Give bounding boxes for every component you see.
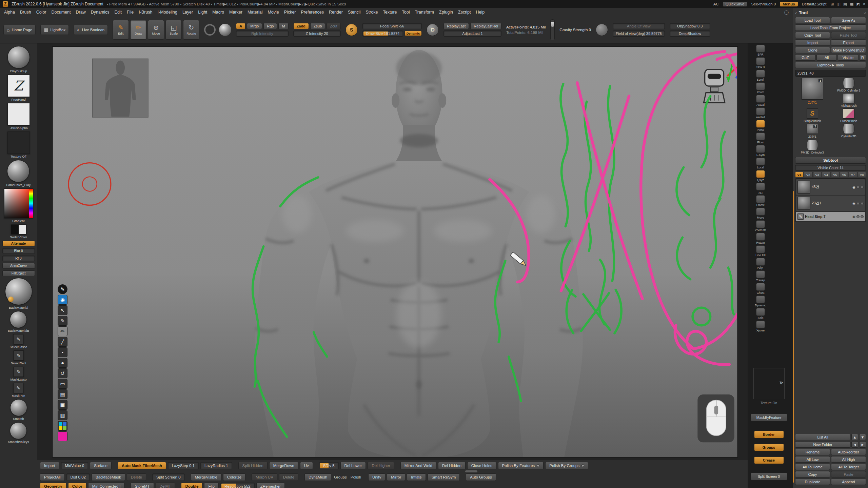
- sidebar-item-accucurve[interactable]: AccuCurve: [2, 263, 35, 269]
- angle-of-view-icon[interactable]: [596, 24, 608, 36]
- subtool-row-43[interactable]: 43건◉: [796, 179, 865, 195]
- subtool-copy-button[interactable]: Copy: [795, 471, 830, 477]
- eye-icon[interactable]: ◉: [852, 215, 855, 219]
- menu-i-brush[interactable]: I-Brush: [139, 10, 152, 15]
- bb-morph-uv[interactable]: Morph UV: [252, 473, 277, 481]
- rgb-button[interactable]: Rgb: [263, 23, 277, 29]
- gravity-strength-label[interactable]: Gravity Strength 0: [559, 28, 591, 32]
- rotate-button[interactable]: ↻ Rotate: [183, 20, 199, 40]
- shelf-dynamic[interactable]: Dynamic: [752, 296, 769, 307]
- subtool-all-low-button[interactable]: All Low: [795, 456, 830, 463]
- active-tool-thumb[interactable]: 323건1: [795, 78, 830, 107]
- shelf-l-sym[interactable]: L.Sym: [752, 145, 769, 157]
- modifier-dot-icon[interactable]: [537, 464, 539, 467]
- menu-preferences[interactable]: Preferences: [301, 10, 324, 15]
- alpha-a-button[interactable]: A: [236, 23, 245, 29]
- default-zscript-button[interactable]: DefaultZScript: [802, 2, 827, 6]
- bb-inflate[interactable]: Inflate: [407, 473, 426, 481]
- subtool-item-button[interactable]: ►: [859, 441, 866, 448]
- replay-last-rel-button[interactable]: ReplayLastRel: [470, 23, 501, 29]
- subtool-item-button[interactable]: ▼: [859, 434, 866, 440]
- subtool-tab-v4[interactable]: V4: [822, 172, 830, 177]
- replay-last-button[interactable]: ReplayLast: [443, 23, 469, 29]
- mask-by-feature-button[interactable]: MaskByFeature: [751, 414, 787, 421]
- shelf-qxyz[interactable]: Qxyz: [752, 170, 769, 182]
- shelf-xyz[interactable]: xyz: [752, 183, 769, 194]
- menu-customize-icon[interactable]: ◯: [784, 10, 789, 15]
- annotate-color-pink-icon[interactable]: [58, 431, 67, 441]
- sidebar-item-gradient[interactable]: Gradient: [4, 188, 33, 223]
- bb-split-screen-0[interactable]: Split Screen 0: [152, 473, 185, 481]
- menu-draw[interactable]: Draw: [76, 10, 86, 15]
- tool-load-tool-button[interactable]: Load Tool: [795, 17, 830, 23]
- bb-dynamesh[interactable]: DynaMesh: [304, 473, 331, 481]
- menu-brush[interactable]: Brush: [20, 10, 31, 15]
- menu-color[interactable]: Color: [36, 10, 46, 15]
- menu-document[interactable]: Document: [52, 10, 71, 15]
- shelf-zoom[interactable]: Zoom: [752, 82, 769, 94]
- tool-thumb-pm3d-cylinder3[interactable]: PM3D_Cylinder3: [832, 78, 866, 92]
- titlebar-icon-4[interactable]: ▦: [850, 2, 853, 6]
- tool-thumb-alphabrush[interactable]: AlphaBrush: [832, 93, 866, 107]
- menu-layer[interactable]: Layer: [182, 10, 193, 15]
- angle-of-view-slider[interactable]: Angle Of View: [613, 23, 665, 29]
- alternate-control[interactable]: Alternate: [2, 241, 35, 246]
- menu-edit[interactable]: Edit: [115, 10, 122, 15]
- move-button[interactable]: ⊕ Move: [148, 20, 164, 40]
- mrgb-button[interactable]: Mrgb: [247, 23, 262, 29]
- annotate-dot-small-icon[interactable]: •: [58, 347, 67, 357]
- paint-toggle-icon[interactable]: [856, 215, 860, 218]
- shelf-drag-grip[interactable]: [465, 470, 477, 472]
- annotate-badge-icon[interactable]: ✎: [58, 284, 67, 294]
- tool-thumb-eraserbrush[interactable]: EraserBrush: [832, 108, 866, 123]
- bb-polish-by-features[interactable]: Polish By Features: [498, 462, 544, 469]
- annotate-screen-icon[interactable]: ▤: [58, 389, 67, 399]
- menu-material[interactable]: Material: [248, 10, 262, 15]
- subtool-tab-v1[interactable]: V1: [795, 172, 803, 177]
- sidebar-item-alternate[interactable]: Alternate: [2, 241, 35, 246]
- bb-min-connected-i[interactable]: Min Connected I: [88, 483, 125, 488]
- subtool-tab-v3[interactable]: V3: [813, 172, 821, 177]
- subtool-paste-button[interactable]: Paste: [831, 471, 866, 477]
- titlebar-icon-2[interactable]: ◫: [837, 2, 841, 6]
- titlebar-icon-3[interactable]: ▤: [843, 2, 847, 6]
- menu-help[interactable]: Help: [476, 10, 485, 15]
- canvas-document[interactable]: ✎◉↖✎✏╱•●↺▭▤▣▥: [53, 47, 737, 457]
- sidebar-item-texture-off[interactable]: Texture Off: [7, 131, 30, 158]
- sculpt-toggle-icon[interactable]: [861, 186, 864, 189]
- lightbox-button[interactable]: ▦ LightBox: [40, 25, 69, 35]
- annotate-pencil-icon[interactable]: ✏: [58, 326, 67, 336]
- annotate-cursor-icon[interactable]: ↖: [58, 305, 67, 315]
- paint-toggle-icon[interactable]: [856, 186, 860, 189]
- bb-projectall[interactable]: ProjectAll: [40, 473, 65, 481]
- shelf-floor[interactable]: Floor: [752, 133, 769, 144]
- subtool-autoreorder-button[interactable]: AutoReorder: [831, 449, 866, 455]
- sidebar-item-fillobject[interactable]: FillObject: [2, 270, 35, 276]
- menu-stroke[interactable]: Stroke: [366, 10, 378, 15]
- bb-close-holes[interactable]: Close Holes: [467, 462, 496, 469]
- bb-storemt[interactable]: StoreMT: [131, 483, 154, 488]
- focal-shift-slider[interactable]: Focal Shift -56: [362, 23, 422, 29]
- edit-button[interactable]: ✎ Edit: [113, 20, 129, 40]
- bb-smart-resym[interactable]: Smart ReSym: [428, 473, 460, 481]
- bb-delete[interactable]: Delete: [279, 473, 298, 481]
- rgb-intensity-slider[interactable]: Rgb Intensity: [236, 30, 288, 37]
- annotate-notes-icon[interactable]: ▥: [58, 410, 67, 420]
- zcut-button[interactable]: Zcut: [327, 23, 340, 29]
- annotate-dot-large-icon[interactable]: ●: [58, 358, 67, 368]
- sidebar-item-masklasso[interactable]: ✎MaskLasso: [10, 367, 26, 381]
- texture-thumbnail[interactable]: Te: [753, 368, 785, 399]
- tool-save-as-button[interactable]: Save As: [831, 17, 866, 23]
- sidebar-item-smoothvalleys[interactable]: SmoothValleys: [8, 422, 29, 444]
- tool-goz-button[interactable]: GoZ: [795, 54, 815, 61]
- accucurve-control[interactable]: AccuCurve: [2, 263, 35, 269]
- menu-macro[interactable]: Macro: [212, 10, 224, 15]
- shelf-aahalf[interactable]: AAHalf: [752, 107, 769, 119]
- annotate-line-icon[interactable]: ╱: [58, 337, 67, 347]
- tool-thumb-cylinder3d[interactable]: Cylinder3D: [832, 124, 866, 139]
- tool-thumb-pm3d-cylinder3[interactable]: PM3D_Cylinder3: [795, 140, 830, 154]
- panel-menu-icon[interactable]: ○: [864, 10, 866, 15]
- bb-del-higher[interactable]: Del Higher: [368, 462, 394, 469]
- bb-polish-by-groups[interactable]: Polish By Groups: [545, 462, 588, 469]
- deep-shadow-slider[interactable]: DeepShadow: [670, 30, 710, 37]
